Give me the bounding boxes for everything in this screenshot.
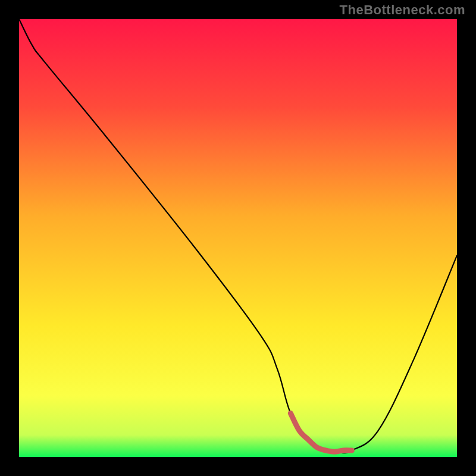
chart-svg <box>19 19 457 457</box>
gradient-background <box>19 19 457 457</box>
plot-area <box>19 19 457 457</box>
chart-frame: TheBottleneck.com <box>0 0 476 476</box>
watermark-label: TheBottleneck.com <box>340 2 465 18</box>
